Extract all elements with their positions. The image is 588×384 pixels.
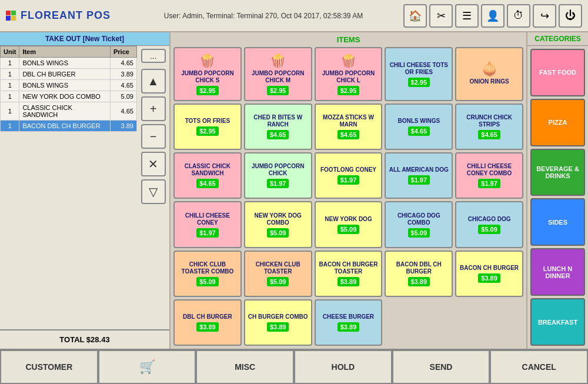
item-button[interactable]: NEW YORK DOG$5.09 (315, 201, 383, 248)
item-button[interactable]: CHICK CLUB TOASTER COMBO$5.09 (173, 251, 242, 297)
category-button[interactable]: BEVERAGE & DRINKS (530, 149, 585, 196)
dots-button[interactable]: ... (141, 49, 166, 63)
item-name: CLASSIC CHICK SANDWICH (177, 163, 238, 177)
item-button[interactable]: NEW YORK DOG COMBO$5.09 (244, 201, 312, 248)
category-button[interactable]: FAST FOOD (530, 49, 585, 96)
table-row[interactable]: 1BONLS WINGS4.65 (1, 80, 137, 91)
item-button[interactable]: MOZZA STICKS W MARN$4.65 (315, 103, 383, 150)
item-price: $5.09 (478, 225, 500, 234)
item-button[interactable]: DBL CH BURGER$3.89 (173, 299, 242, 346)
item-price: $5.09 (267, 228, 289, 238)
left-panel: TAKE OUT [New Ticket] Unit Item Price 1B… (0, 32, 171, 349)
logo-cell-yellow (11, 16, 16, 21)
item-name: BACON CH BURGER (460, 265, 519, 272)
logo-cell-red (6, 11, 11, 15)
row-unit: 1 (1, 80, 19, 91)
item-button[interactable]: CHICKEN CLUB TOASTER$5.09 (244, 251, 312, 297)
item-button[interactable]: CRUNCH CHICK STRIPS$4.65 (455, 103, 523, 150)
item-price: $2.95 (338, 86, 360, 95)
tools-button[interactable]: ✂ (429, 4, 453, 28)
item-button[interactable]: BONLS WINGS$4.65 (385, 103, 453, 150)
item-name: CHICKEN CLUB TOASTER (248, 261, 309, 275)
item-name: MOZZA STICKS W MARN (318, 114, 379, 128)
item-name: BACON DBL CH BURGER (388, 261, 449, 275)
clock-button[interactable]: ⏱ (507, 4, 530, 28)
logo-area: FLOREANT POS (6, 9, 123, 22)
item-button[interactable]: 🍿JUMBO POPCORN CHICK M$2.95 (244, 47, 312, 101)
row-unit: 1 (1, 58, 19, 69)
item-name: DBL CH BURGER (183, 313, 232, 320)
table-row[interactable]: 1BACON DBL CH BURGER3.89 (1, 121, 137, 132)
item-button[interactable]: BACON CH BURGER$3.89 (455, 251, 523, 297)
table-row[interactable]: 1DBL CH BURGER3.89 (1, 69, 137, 80)
item-button[interactable]: CH BURGER COMBO$3.89 (244, 299, 312, 346)
item-name: CHICAGO DOG (468, 216, 511, 223)
category-button[interactable]: LUNCH N DINNER (530, 248, 585, 296)
row-price: 3.89 (111, 69, 137, 80)
misc-button[interactable]: MISC (196, 350, 294, 384)
item-button[interactable]: CHICAGO DOG$5.09 (455, 201, 523, 248)
row-price: 5.09 (111, 91, 137, 102)
item-name: CHEESE BURGER (323, 313, 374, 320)
cart-button[interactable]: 🛒 (98, 350, 196, 384)
item-button[interactable]: FOOTLONG CONEY$1.97 (315, 152, 383, 199)
user-settings-button[interactable]: 👤 (481, 4, 505, 28)
send-button[interactable]: SEND (392, 350, 490, 384)
category-button[interactable]: BREAKFAST (530, 298, 585, 346)
item-name: BACON CH BURGER TOASTER (318, 261, 379, 275)
item-price: $3.89 (267, 322, 289, 332)
item-button[interactable]: CHILLI CHEESE CONEY$1.97 (173, 201, 242, 248)
down-arrow-button[interactable]: ▽ (141, 179, 166, 204)
item-name: CHILLI CHEESE CONEY COMBO (459, 163, 520, 177)
exit-button[interactable]: ↪ (533, 4, 556, 28)
item-button[interactable]: JUMBO POPCORN CHICK$1.97 (244, 152, 312, 199)
row-item: CLASSIC CHICK SANDWICH (19, 102, 111, 121)
table-row[interactable]: 1BONLS WINGS4.65 (1, 58, 137, 69)
item-button[interactable]: CHED R BITES W RANCH$4.65 (244, 103, 312, 150)
item-image: 🍿 (270, 54, 286, 69)
item-name: CHILLI CHEESE CONEY (177, 212, 238, 226)
power-button[interactable]: ⏻ (559, 4, 582, 28)
order-rows: 1BONLS WINGS4.651DBL CH BURGER3.891BONLS… (1, 58, 137, 132)
list-button[interactable]: ☰ (455, 4, 479, 28)
table-row[interactable]: 1CLASSIC CHICK SANDWICH4.65 (1, 102, 137, 121)
item-button[interactable]: CHILI CHEESE TOTS OR FRIES$2.95 (385, 47, 453, 101)
table-row[interactable]: 1NEW YORK DOG COMBO5.09 (1, 91, 137, 102)
item-price: $1.97 (267, 179, 289, 188)
customer-button[interactable]: CUSTOMER (0, 350, 98, 384)
item-button[interactable]: BACON CH BURGER TOASTER$3.89 (315, 251, 383, 297)
home-button[interactable]: 🏠 (403, 4, 427, 28)
item-button[interactable]: BACON DBL CH BURGER$3.89 (385, 251, 453, 297)
cancel-button[interactable]: CANCEL (490, 350, 588, 384)
order-table-area: Unit Item Price 1BONLS WINGS4.651DBL CH … (0, 46, 137, 329)
item-button[interactable]: CLASSIC CHICK SANDWICH$4.65 (173, 152, 242, 199)
plus-button[interactable]: + (141, 96, 166, 121)
item-price: $2.95 (196, 126, 219, 136)
item-button[interactable]: ALL AMERICAN DOG$1.97 (385, 152, 453, 199)
item-button[interactable]: CHICAGO DOG COMBO$5.09 (385, 201, 453, 248)
item-price: $5.09 (196, 277, 219, 286)
logo-cell-blue (6, 16, 11, 21)
hold-button[interactable]: HOLD (294, 350, 392, 384)
item-button[interactable]: TOTS OR FRIES$2.95 (173, 103, 242, 150)
item-name: FOOTLONG CONEY (320, 166, 376, 173)
up-arrow-button[interactable]: ▲ (141, 69, 166, 94)
row-price: 4.65 (111, 102, 137, 121)
category-button[interactable]: PIZZA (530, 99, 585, 146)
item-price: $1.97 (338, 175, 360, 185)
item-price: $2.95 (408, 78, 430, 87)
item-price: $1.97 (408, 175, 430, 185)
times-button[interactable]: ✕ (141, 152, 166, 176)
order-title: TAKE OUT [New Ticket] (0, 32, 169, 46)
item-price: $4.65 (408, 126, 430, 136)
minus-button[interactable]: − (141, 124, 166, 149)
item-price: $5.09 (267, 277, 289, 286)
category-button[interactable]: SIDES (530, 198, 585, 246)
item-image: 🍿 (340, 54, 356, 69)
item-button[interactable]: 🧅ONION RINGS (455, 47, 523, 101)
item-button[interactable]: 🍿JUMBO POPCORN CHICK S$2.95 (173, 47, 242, 101)
item-button[interactable]: CHILLI CHEESE CONEY COMBO$1.97 (455, 152, 523, 199)
row-item: DBL CH BURGER (19, 69, 111, 80)
item-button[interactable]: CHEESE BURGER$3.89 (315, 299, 383, 346)
item-button[interactable]: 🍿JUMBO POPCORN CHICK L$2.95 (315, 47, 383, 101)
